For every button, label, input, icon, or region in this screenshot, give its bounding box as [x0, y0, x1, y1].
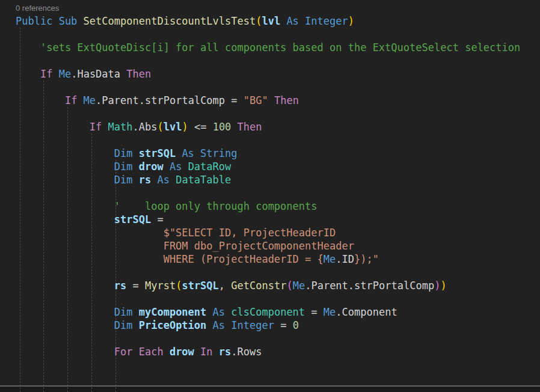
code-token-mem: Parent	[102, 94, 138, 106]
code-token-cmt: 'sets ExtQuoteDisc[i] for all components…	[40, 41, 520, 54]
code-token-op: =	[225, 94, 244, 106]
code-token-kw: Me	[293, 280, 305, 292]
code-line[interactable]: Public Sub SetComponentDiscountLvlsTest(…	[16, 14, 520, 28]
code-token-mem: Rows	[238, 346, 262, 358]
code-token-type: Math	[108, 121, 133, 133]
code-line[interactable]: rs = Myrst(strSQL, GetConstr(Me.Parent.s…	[16, 279, 520, 292]
code-token-op: .	[139, 94, 145, 106]
code-line[interactable]: If Me.Parent.strPortalComp = "BG" Then	[16, 94, 520, 107]
code-line[interactable]: Dim strSQL As String	[16, 147, 520, 160]
code-token-kw: As String	[176, 147, 237, 159]
code-line[interactable]	[16, 332, 520, 345]
code-line[interactable]: 'sets ExtQuoteDisc[i] for all components…	[16, 41, 520, 54]
code-token-type: clsComponent	[231, 306, 305, 318]
code-token-mem: strPortalComp	[354, 280, 434, 292]
code-token-var: strSQL	[139, 147, 176, 159]
code-token-br1: (	[157, 121, 163, 133]
code-token-var: lvl	[262, 15, 280, 27]
code-token-op: .	[96, 94, 102, 106]
code-token-mem: Parent	[311, 280, 348, 292]
code-token-op: =	[305, 306, 324, 318]
code-token-br2: (	[286, 280, 292, 292]
code-line[interactable]	[16, 28, 520, 41]
code-line[interactable]: strSQL =	[16, 213, 520, 226]
code-token-ctrl: Then	[268, 94, 299, 106]
code-token-op: .	[133, 121, 139, 133]
code-token-fn: Myrst	[145, 280, 176, 292]
code-token-kw: Me	[324, 306, 336, 318]
code-token-ctrl: Then	[231, 121, 262, 133]
code-line[interactable]	[16, 186, 520, 200]
code-token-ctrl: Then	[120, 68, 151, 80]
code-token-kw: As	[164, 161, 188, 173]
code-line[interactable]: WHERE (ProjectHeaderID = {Me.ID});"	[16, 253, 520, 266]
code-token-kw: Public Sub	[16, 15, 84, 27]
code-token-var: lvl	[164, 121, 182, 133]
code-token-op: .	[231, 346, 237, 358]
code-token-var: strSQL	[182, 280, 218, 292]
code-token-mem: Abs	[139, 121, 158, 133]
code-token-var: rs	[114, 280, 126, 292]
code-token-kw: As	[151, 174, 176, 186]
code-line[interactable]	[16, 54, 520, 67]
code-line[interactable]: For Each drow In rs.Rows	[16, 345, 520, 358]
code-token-op: .	[336, 253, 342, 265]
code-token-op: .	[305, 280, 311, 292]
code-token-op: .	[71, 68, 77, 80]
code-token-kw: Dim	[114, 319, 139, 331]
code-token-str: WHERE (ProjectHeaderID = {	[164, 253, 324, 265]
code-token-fn: GetConstr	[231, 280, 286, 292]
code-line[interactable]: ' loop only through components	[16, 200, 520, 213]
code-token-mem: strPortalComp	[145, 94, 225, 106]
code-line[interactable]	[16, 107, 520, 120]
code-token-kw: Dim	[114, 174, 139, 186]
code-token-str: "BG"	[244, 94, 268, 106]
code-token-ctrl: For Each	[114, 346, 170, 358]
code-token-br1: )	[348, 15, 354, 27]
code-line[interactable]	[16, 266, 520, 279]
code-line[interactable]	[16, 133, 520, 147]
code-line[interactable]: FROM dbo_ProjectComponentHeader	[16, 239, 520, 253]
code-line[interactable]	[16, 292, 520, 305]
code-token-var: drow	[170, 346, 194, 358]
code-token-kw: As Integer	[280, 15, 348, 27]
code-token-br2: )	[434, 280, 440, 292]
bottom-panel	[0, 387, 540, 392]
code-token-br1: (	[176, 280, 182, 292]
code-token-str: });"	[354, 253, 379, 265]
code-token-kw: Me	[324, 253, 336, 265]
code-token-num: 0	[293, 319, 299, 331]
code-token-kw: As	[206, 306, 231, 318]
codelens-references[interactable]: 0 references	[16, 4, 59, 13]
code-token-str: $"SELECT ID, ProjectHeaderID	[164, 227, 336, 239]
code-token-op: =	[274, 319, 293, 331]
code-token-kw: Me	[59, 68, 71, 80]
code-token-type: DataRow	[188, 161, 232, 173]
code-token-kw: As Integer	[206, 319, 274, 331]
code-token-mem: Component	[342, 306, 397, 318]
code-editor[interactable]: Public Sub SetComponentDiscountLvlsTest(…	[16, 14, 520, 358]
code-token-mem: HasData	[77, 68, 120, 80]
code-line[interactable]: Dim drow As DataRow	[16, 160, 520, 173]
code-line[interactable]: $"SELECT ID, ProjectHeaderID	[16, 226, 520, 239]
code-token-cmt: ' loop only through components	[114, 200, 318, 212]
code-line[interactable]: Dim PriceOption As Integer = 0	[16, 319, 520, 332]
editor-bottom-divider	[0, 385, 540, 387]
code-token-br1: (	[256, 15, 262, 27]
code-token-str: FROM dbo_ProjectComponentHeader	[164, 240, 354, 252]
code-line[interactable]: Dim rs As DataTable	[16, 173, 520, 186]
code-token-var: rs	[219, 346, 231, 358]
code-token-br1: )	[182, 121, 188, 133]
code-token-mem: ID	[342, 253, 354, 265]
code-line[interactable]: Dim myComponent As clsComponent = Me.Com…	[16, 305, 520, 319]
code-token-op: ,	[219, 280, 231, 292]
code-token-br1: )	[440, 280, 446, 292]
code-line[interactable]	[16, 81, 520, 94]
code-token-op: <=	[188, 121, 213, 133]
code-token-var: rs	[139, 174, 151, 186]
code-line[interactable]: If Math.Abs(lvl) <= 100 Then	[16, 120, 520, 133]
code-token-op: .	[336, 306, 342, 318]
code-token-kw: Dim	[114, 161, 139, 173]
code-token-fn: SetComponentDiscountLvlsTest	[84, 15, 256, 27]
code-line[interactable]: If Me.HasData Then	[16, 67, 520, 81]
